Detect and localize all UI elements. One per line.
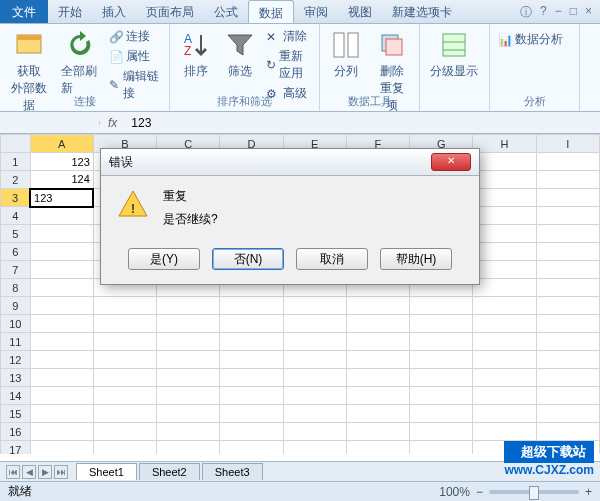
select-all-corner[interactable] [1,135,31,153]
cell-h16[interactable] [473,423,536,441]
cell-i11[interactable] [536,333,599,351]
cell-c12[interactable] [157,351,220,369]
cell-f11[interactable] [346,333,409,351]
cell-i12[interactable] [536,351,599,369]
clear-filter-button[interactable]: ✕清除 [264,27,313,46]
row-header[interactable]: 4 [1,207,31,225]
sheet-nav-last-icon[interactable]: ⏭ [54,465,68,479]
sheet-nav-prev-icon[interactable]: ◀ [22,465,36,479]
dialog-no-button[interactable]: 否(N) [212,248,284,270]
cell-g16[interactable] [410,423,473,441]
cell-i16[interactable] [536,423,599,441]
cell-d17[interactable] [220,441,283,455]
cell-e13[interactable] [283,369,346,387]
cell-h7[interactable] [473,261,536,279]
cell-i1[interactable] [536,153,599,171]
fx-icon[interactable]: fx [100,114,125,132]
cell-a1[interactable]: 123 [30,153,93,171]
cell-i2[interactable] [536,171,599,189]
cell-i9[interactable] [536,297,599,315]
refresh-all-button[interactable]: 全部刷新 [57,27,104,99]
cell-c11[interactable] [157,333,220,351]
name-box[interactable] [0,121,100,125]
cell-e11[interactable] [283,333,346,351]
zoom-value[interactable]: 100% [439,485,470,499]
cell-b12[interactable] [93,351,156,369]
cell-b17[interactable] [93,441,156,455]
row-header[interactable]: 9 [1,297,31,315]
cell-c13[interactable] [157,369,220,387]
cell-a14[interactable] [30,387,93,405]
cell-b16[interactable] [93,423,156,441]
cell-h14[interactable] [473,387,536,405]
cell-f15[interactable] [346,405,409,423]
cell-i4[interactable] [536,207,599,225]
sheet-tab-2[interactable]: Sheet2 [139,463,200,480]
row-header[interactable]: 10 [1,315,31,333]
cell-c10[interactable] [157,315,220,333]
cell-a3[interactable]: 123 [30,189,93,207]
cell-a7[interactable] [30,261,93,279]
cell-e9[interactable] [283,297,346,315]
cell-g9[interactable] [410,297,473,315]
cell-f9[interactable] [346,297,409,315]
tab-data[interactable]: 数据 [248,0,294,23]
cell-a8[interactable] [30,279,93,297]
row-header[interactable]: 16 [1,423,31,441]
cell-g11[interactable] [410,333,473,351]
dialog-yes-button[interactable]: 是(Y) [128,248,200,270]
zoom-in-icon[interactable]: + [585,485,592,499]
info-icon[interactable]: ⓘ [520,4,532,19]
cell-i15[interactable] [536,405,599,423]
minimize-icon[interactable]: − [555,4,562,19]
zoom-slider[interactable] [489,490,579,494]
restore-icon[interactable]: □ [570,4,577,19]
col-header-h[interactable]: H [473,135,536,153]
cell-i7[interactable] [536,261,599,279]
row-header[interactable]: 5 [1,225,31,243]
cell-a16[interactable] [30,423,93,441]
cell-h6[interactable] [473,243,536,261]
sheet-nav-first-icon[interactable]: ⏮ [6,465,20,479]
cell-g17[interactable] [410,441,473,455]
cell-b9[interactable] [93,297,156,315]
dialog-close-button[interactable]: ✕ [431,153,471,171]
col-header-i[interactable]: I [536,135,599,153]
cell-i14[interactable] [536,387,599,405]
cell-a2[interactable]: 124 [30,171,93,189]
cell-e10[interactable] [283,315,346,333]
text-to-columns-button[interactable]: 分列 [326,27,366,82]
cell-e17[interactable] [283,441,346,455]
cell-c16[interactable] [157,423,220,441]
cell-c14[interactable] [157,387,220,405]
cell-g14[interactable] [410,387,473,405]
cell-f17[interactable] [346,441,409,455]
cell-b10[interactable] [93,315,156,333]
cell-d16[interactable] [220,423,283,441]
dialog-help-button[interactable]: 帮助(H) [380,248,452,270]
cell-a5[interactable] [30,225,93,243]
cell-h2[interactable] [473,171,536,189]
filter-button[interactable]: 筛选 [220,27,260,82]
row-header[interactable]: 14 [1,387,31,405]
row-header[interactable]: 13 [1,369,31,387]
tab-view[interactable]: 视图 [338,0,382,23]
cell-h13[interactable] [473,369,536,387]
cell-c17[interactable] [157,441,220,455]
cell-a6[interactable] [30,243,93,261]
subtotal-button[interactable]: 分级显示 [426,27,482,82]
row-header[interactable]: 2 [1,171,31,189]
cell-i5[interactable] [536,225,599,243]
cell-i6[interactable] [536,243,599,261]
cell-d13[interactable] [220,369,283,387]
row-header[interactable]: 1 [1,153,31,171]
cell-b14[interactable] [93,387,156,405]
tab-insert[interactable]: 插入 [92,0,136,23]
cell-i10[interactable] [536,315,599,333]
cell-a9[interactable] [30,297,93,315]
cell-f16[interactable] [346,423,409,441]
row-header[interactable]: 12 [1,351,31,369]
tab-new[interactable]: 新建选项卡 [382,0,462,23]
help-icon[interactable]: ? [540,4,547,19]
cell-f14[interactable] [346,387,409,405]
